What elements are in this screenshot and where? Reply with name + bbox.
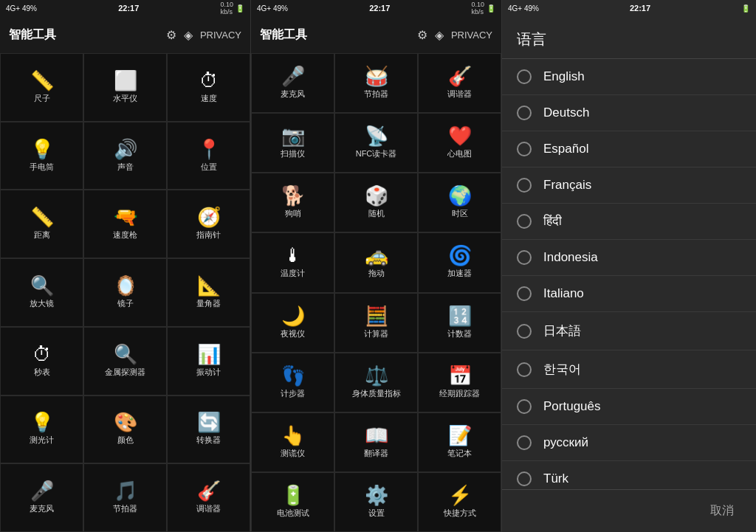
tool-label: 量角器 <box>196 298 221 309</box>
tool-item[interactable]: 🔍 金属探测器 <box>83 327 167 395</box>
tool-icon: 🪞 <box>114 276 137 295</box>
cancel-button[interactable]: 取消 <box>703 499 741 523</box>
tool-item[interactable]: 👣 计步器 <box>251 353 334 412</box>
tool-label: 位置 <box>201 162 217 173</box>
tool-icon: 🎸 <box>448 66 472 86</box>
tool-label: 身体质量指标 <box>352 388 401 399</box>
tool-item[interactable]: ⏱ 秒表 <box>0 327 83 395</box>
tool-item[interactable]: 📡 NFC读卡器 <box>334 113 418 173</box>
tool-icon: ⚖️ <box>365 366 388 385</box>
tool-item[interactable]: 🪞 镜子 <box>83 258 167 327</box>
language-item[interactable]: Türk <box>502 461 756 489</box>
tool-label: 拖动 <box>368 268 385 279</box>
tool-item[interactable]: 🔄 转换器 <box>167 395 250 464</box>
tool-icon: 🌙 <box>281 306 305 325</box>
language-item[interactable]: 한국어 <box>502 350 756 389</box>
tool-item[interactable]: 🌀 加速器 <box>418 232 501 292</box>
language-name: Türk <box>543 471 568 486</box>
speed-2: 0.10kb/s <box>471 1 484 15</box>
tool-item[interactable]: 📏 尺子 <box>0 53 83 122</box>
tool-icon: 📊 <box>197 345 221 364</box>
tool-item[interactable]: 📍 位置 <box>167 122 250 190</box>
language-name: Deutsch <box>543 106 589 120</box>
tool-item[interactable]: 🌡 温度计 <box>251 232 334 292</box>
language-item[interactable]: Français <box>502 167 756 204</box>
tool-item[interactable]: 📖 翻译器 <box>334 412 418 472</box>
tool-item[interactable]: 🌍 时区 <box>418 173 501 232</box>
language-name: русский <box>543 435 588 450</box>
gear-icon-1[interactable]: ⚙ <box>166 28 176 42</box>
tool-item[interactable]: 💡 测光计 <box>0 395 83 464</box>
tool-item[interactable]: 📷 扫描仪 <box>251 113 334 173</box>
tool-icon: 🔋 <box>281 486 305 505</box>
privacy-label-2[interactable]: PRIVACY <box>451 30 492 41</box>
tool-label: 水平仪 <box>113 93 137 104</box>
tool-icon: 🔊 <box>114 139 137 159</box>
language-item[interactable]: Indonesia <box>502 240 756 276</box>
tool-item[interactable]: 📏 距离 <box>0 190 83 258</box>
location-icon-2[interactable]: ◈ <box>435 28 444 42</box>
language-item[interactable]: Español <box>502 131 756 167</box>
language-item[interactable]: русский <box>502 425 756 461</box>
network-indicator-2: 4G+ 49% <box>257 4 288 13</box>
tool-item[interactable]: 📐 量角器 <box>167 258 250 327</box>
tool-icon: 🧭 <box>197 207 221 227</box>
tool-item[interactable]: 🧮 计算器 <box>334 293 418 353</box>
tool-item[interactable]: 💡 手电筒 <box>0 122 83 190</box>
tool-icon: 📅 <box>448 366 472 385</box>
battery-1: 🔋 <box>236 4 244 13</box>
tool-item[interactable]: ⚙️ 设置 <box>334 472 418 532</box>
tool-item[interactable]: 🔊 声音 <box>83 122 167 190</box>
language-item[interactable]: 日本語 <box>502 312 756 350</box>
tool-item[interactable]: 🎵 节拍器 <box>83 463 167 532</box>
language-item[interactable]: हिंदी <box>502 204 756 240</box>
tool-item[interactable]: 👆 测谎仪 <box>251 412 334 472</box>
tool-label: 计步器 <box>281 388 305 399</box>
tool-icon: 📡 <box>365 126 388 145</box>
tool-item[interactable]: 📊 振动计 <box>167 327 250 395</box>
language-radio <box>517 178 532 193</box>
tool-item[interactable]: 🎲 随机 <box>334 173 418 232</box>
tool-item[interactable]: 🚕 拖动 <box>334 232 418 292</box>
tool-item[interactable]: 🔢 计数器 <box>418 293 501 353</box>
tool-label: 手电筒 <box>30 162 54 173</box>
tool-label: 金属探测器 <box>105 367 145 378</box>
tool-item[interactable]: 🎸 调谐器 <box>418 53 501 113</box>
tool-item[interactable]: 🎸 调谐器 <box>167 463 250 532</box>
language-item[interactable]: Deutsch <box>502 95 756 131</box>
tool-item[interactable]: 🌙 夜视仪 <box>251 293 334 353</box>
tool-item[interactable]: 🔫 速度枪 <box>83 190 167 258</box>
location-icon-1[interactable]: ◈ <box>184 28 193 42</box>
tool-item[interactable]: 🎤 麦克风 <box>0 463 83 532</box>
privacy-label-1[interactable]: PRIVACY <box>200 30 241 41</box>
tool-icon: 🌡 <box>284 246 303 265</box>
tool-item[interactable]: 📅 经期跟踪器 <box>418 353 501 412</box>
tool-item[interactable]: ❤️ 心电图 <box>418 113 501 173</box>
tool-icon: 📐 <box>197 276 221 295</box>
tool-item[interactable]: ⏱ 速度 <box>167 53 250 122</box>
top-icons-1: ⚙ ◈ PRIVACY <box>166 28 241 42</box>
tool-item[interactable]: 🔋 电池测试 <box>251 472 334 532</box>
tool-item[interactable]: 🧭 指南针 <box>167 190 250 258</box>
tool-item[interactable]: 🐕 狗哨 <box>251 173 334 232</box>
tool-item[interactable]: 🎤 麦克风 <box>251 53 334 113</box>
tool-item[interactable]: 🥁 节拍器 <box>334 53 418 113</box>
status-right-1: 0.10kb/s 🔋 <box>220 1 244 15</box>
tool-item[interactable]: 🔍 放大镜 <box>0 258 83 327</box>
language-radio <box>517 214 532 229</box>
gear-icon-2[interactable]: ⚙ <box>417 28 427 42</box>
tool-item[interactable]: 📝 笔记本 <box>418 412 501 472</box>
language-item[interactable]: Italiano <box>502 276 756 312</box>
time-2: 22:17 <box>369 4 390 13</box>
tool-icon: ⏱ <box>32 345 52 364</box>
tool-item[interactable]: 🎨 颜色 <box>83 395 167 464</box>
tool-icon: 💡 <box>30 139 54 159</box>
tool-icon: 💡 <box>30 412 54 432</box>
language-item[interactable]: English <box>502 59 756 95</box>
tool-item[interactable]: ⬜ 水平仪 <box>83 53 167 122</box>
tool-item[interactable]: ⚡ 快捷方式 <box>418 472 501 532</box>
status-left-1: 4G+ 49% <box>6 4 37 13</box>
tool-item[interactable]: ⚖️ 身体质量指标 <box>334 353 418 412</box>
tool-icon: 🎤 <box>281 66 305 86</box>
language-item[interactable]: Português <box>502 389 756 425</box>
